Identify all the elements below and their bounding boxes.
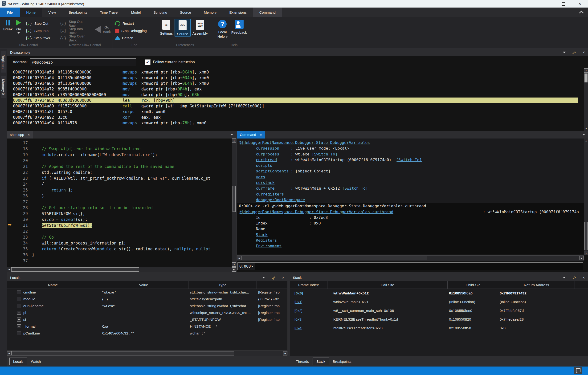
disassembly-line[interactable]: 00007ff6`07914a6b0f1185e4000000movupsxmm… [13,81,588,86]
scrollbar-thumb[interactable] [241,256,427,260]
source-line[interactable]: 26 } [7,193,236,199]
source-vertical-scrollbar[interactable]: ▲ ▼ [232,138,236,267]
tab-list-dropdown-icon[interactable] [231,134,233,135]
source-line[interactable]: 35 return !CreateProcessW(module.c_str()… [7,246,236,252]
source-line[interactable]: 23 if (FAILED(wil::str_printf_nothrow(cm… [7,176,236,181]
tab-breakpoints[interactable]: Breakpoints [329,358,355,365]
menu-tab-command[interactable]: Command [253,8,282,17]
menu-tab-time-travel[interactable]: Time Travel [94,8,125,17]
scrollbar-thumb[interactable] [11,351,234,355]
dml-link[interactable]: Environment [256,244,282,248]
follow-current-instruction-checkbox[interactable]: ✓ [145,59,150,65]
dml-link[interactable]: curthread [256,157,277,162]
source-line[interactable]: 19 module.replace_filename(L"WindowsTerm… [7,152,236,158]
locals-row[interactable]: +cmdline"wt.exe "std::basic_string<wchar… [7,289,287,296]
source-line[interactable]: 25 return 1; [7,187,236,193]
expand-icon[interactable]: + [17,297,21,301]
dml-link[interactable]: curprocess [256,152,279,156]
step-over-back-button[interactable]: {▸} Step Over Back [57,34,93,42]
feedback-button[interactable]: Feedback [230,19,249,35]
source-line[interactable]: 27 [7,199,236,205]
dml-link[interactable]: scripts [256,163,272,168]
dml-link[interactable]: @$debuggerRootNamespace.Debugger.State.D… [239,210,393,214]
source-horizontal-scrollbar[interactable]: ◀ ▶ [7,267,236,272]
disassembly-line[interactable]: 00007ff6`07914a9233c0xoreax, eax [13,115,588,120]
column-header-child-sp[interactable]: Child-SP [448,281,498,289]
scrollbar-thumb[interactable] [585,222,588,250]
menu-tab-breakpoints[interactable]: Breakpoints [62,8,94,17]
menu-tab-file[interactable]: File [0,8,20,17]
tab-command[interactable]: Command × [237,131,265,138]
panel-menu-icon[interactable] [563,277,566,278]
dml-link[interactable]: curstack [256,180,274,185]
menu-tab-home[interactable]: Home [20,8,42,17]
step-out-button[interactable]: {▸} Step Out [23,20,52,27]
source-line[interactable]: 34 wil::unique_process_information pi; [7,240,236,246]
step-into-button[interactable]: {▸} Step Into [23,27,52,34]
dml-link[interactable]: Registers [256,238,277,243]
source-line[interactable]: 21 // Append the rest of the commandline… [7,164,236,170]
feedback-bubble-icon[interactable] [574,367,582,374]
tab-locals[interactable]: Locals [10,358,27,365]
locals-row[interactable]: +_formal0xaHINSTANCE__ * [7,323,287,330]
source-line[interactable]: 36} [7,252,236,258]
step-over-button[interactable]: {▸} Step Over [23,34,52,42]
side-tab-registers[interactable]: Registers [1,51,6,73]
disassembly-line[interactable]: 00007ff6`07914a78c7859000000068000000mov… [13,92,588,97]
tab-shim-cpp[interactable]: shim.cpp × [7,131,33,138]
panel-close-icon[interactable]: × [282,276,284,280]
menu-tab-extensions[interactable]: Extensions [223,8,253,17]
disassembly-line[interactable]: 00007ff6`07914a5d0f1185c4000000movupsxmm… [13,69,588,75]
menu-tab-source[interactable]: Source [174,8,198,17]
source-line[interactable]: 33 // Go! [7,234,236,240]
column-header-call-site[interactable]: Call Site [327,281,448,289]
go-button[interactable]: Go [14,19,23,34]
command-vertical-scrollbar[interactable]: ▲ ▼ [584,138,588,255]
local-help-button[interactable]: ? LocalHelp [216,19,230,39]
menu-tab-view[interactable]: View [42,8,62,17]
column-header-type[interactable]: Type [189,281,257,289]
expand-icon[interactable]: + [17,318,21,322]
frame-link[interactable]: [0x0] [294,291,303,295]
tab-close-icon[interactable]: × [28,133,30,137]
dml-link[interactable]: scriptContents [256,169,289,173]
scrollbar-thumb[interactable] [232,186,236,212]
source-line[interactable]: 29 STARTUPINFOW si{}; [7,211,236,217]
source-line[interactable]: 17 [7,140,236,146]
expand-icon[interactable]: + [17,304,21,308]
locals-row[interactable]: +pCmdLine0x1465e604c32 : ""wchar_t * [7,330,287,337]
step-out-back-button[interactable]: {▸} Step Out Back [57,20,93,27]
dml-link[interactable]: vars [256,175,265,179]
tab-close-icon[interactable]: × [260,133,262,137]
disassembly-line[interactable]: 00007ff6`07914a640f1185d4000000movupsxmm… [13,75,588,81]
dml-link[interactable]: @$debuggerRootNamespace.Debugger.State.D… [239,140,370,145]
stack-row[interactable]: [0x4]ntdll!RtlUserThreadStart+0x280x1085… [290,324,588,332]
locals-row[interactable]: +ourFilename"wt.exe"std::basic_string<wc… [7,302,287,309]
pin-icon[interactable] [572,51,576,54]
switch-to-link[interactable]: [Switch To] [396,157,422,162]
menu-tab-model[interactable]: Model [125,8,147,17]
menu-tab-scripting[interactable]: Scripting [147,8,173,17]
locals-horizontal-scrollbar[interactable]: ◀ ▶ [7,351,287,356]
go-back-button[interactable]: GoBack [93,19,113,34]
stack-row[interactable]: [0x1]wt!invoke_main+0x21(Inline Function… [290,298,588,306]
panel-close-icon[interactable]: × [583,276,585,280]
switch-to-link[interactable]: [Switch To] [342,186,368,191]
pin-icon[interactable] [272,276,275,280]
column-header-name[interactable]: Name [7,281,99,289]
settings-button[interactable]: ≡ Settings [158,19,175,36]
menu-tab-memory[interactable]: Memory [197,8,223,17]
break-button[interactable]: Break [1,19,14,31]
panel-menu-icon[interactable] [262,277,265,278]
locals-row[interactable]: +piwil::unique_struct<_PROCESS_INF...[Re… [7,309,287,316]
switch-to-link[interactable]: [Switch To] [312,152,337,156]
source-line[interactable]: 22 std::wstring cmdline; [7,170,236,176]
dml-link[interactable]: curregisters [256,192,284,197]
stack-row[interactable]: [0x0]wt!wWinMain+0x5120x108550fca00x7ff6… [290,289,588,298]
disassembly-line[interactable]: 00007ff6`07914a940f114578movupsxmmword p… [13,120,588,126]
close-button[interactable]: × [571,0,588,8]
column-header-frame-index[interactable]: Frame Index [290,281,327,289]
source-line[interactable]: 30 si.cb = sizeof(si); [7,217,236,223]
pin-icon[interactable] [572,276,576,280]
source-line[interactable]: 20 [7,158,236,164]
